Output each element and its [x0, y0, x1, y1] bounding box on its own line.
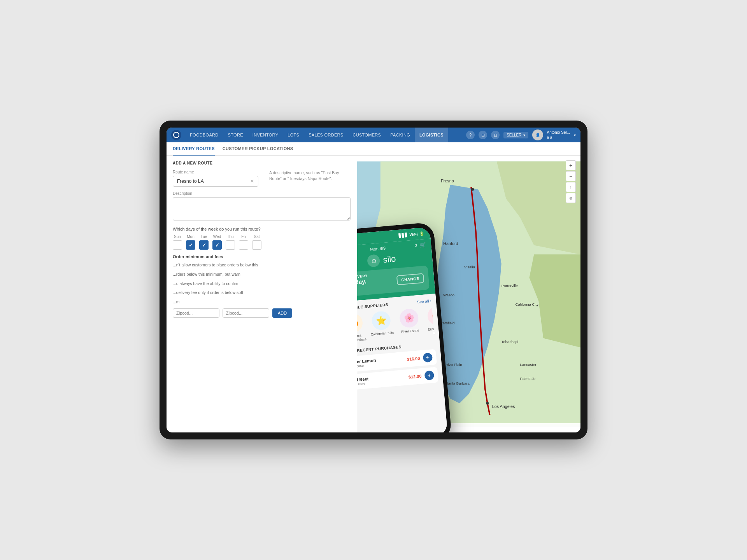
day-fri: Fri: [239, 234, 248, 250]
nav-item-logistics[interactable]: LOGISTICS: [415, 128, 448, 142]
add-meyer-lemon-button[interactable]: +: [423, 352, 433, 362]
day-thu: Thu: [226, 234, 235, 250]
map-controls: + − ↑ ⊕: [566, 160, 576, 203]
nav-item-foodboard[interactable]: FOODBOARD: [185, 128, 223, 142]
main-content: ADD A NEW ROUTE Route name Fresno to LA …: [167, 156, 580, 432]
clear-icon[interactable]: ✕: [250, 178, 254, 184]
add-zipcode-button[interactable]: ADD: [272, 308, 292, 318]
checkbox-mon[interactable]: [186, 240, 195, 250]
nav-item-lots[interactable]: LOTS: [283, 128, 304, 142]
add-red-beet-button[interactable]: +: [424, 370, 434, 380]
avatar: 👤: [532, 130, 543, 140]
day-mon: Mon: [186, 234, 195, 250]
svg-text:Tehachapi: Tehachapi: [502, 340, 519, 344]
route-name-value: Fresno to LA: [177, 178, 204, 184]
checkbox-fri[interactable]: [239, 240, 248, 250]
supplier-eliza[interactable]: 🍎 Eliza... CA F... Com...: [424, 307, 434, 336]
phone-header: ☰ Mon 9/9 2 🛒 ⊙ silo: [357, 239, 435, 303]
zoom-out-button[interactable]: −: [566, 171, 576, 181]
checkbox-tue[interactable]: [199, 240, 209, 250]
checkbox-thu[interactable]: [226, 240, 235, 250]
svg-text:Palmdale: Palmdale: [520, 376, 536, 381]
supplier-california-fruits[interactable]: ⭐ California Fruits: [368, 310, 395, 341]
description-input[interactable]: [173, 197, 351, 220]
chevron-down-icon: ▾: [523, 133, 525, 137]
delivery-banner: 🚛 DELIVERY Monday, 9/9 CHANGE: [357, 266, 430, 298]
zipcode-input-1[interactable]: [173, 308, 219, 318]
nav-item-customers[interactable]: CUSTOMERS: [348, 128, 386, 142]
info-text-5: ...m: [173, 299, 351, 305]
user-info: Antonio Sel... a a: [547, 130, 570, 140]
phone-screen: 11:19 ▋▋▋ WiFi 🔋 ☰ Mon 9/9: [357, 227, 448, 432]
svg-text:Hanford: Hanford: [443, 241, 458, 246]
nav-item-sales-orders[interactable]: SALES ORDERS: [304, 128, 348, 142]
nav-item-store[interactable]: STORE: [223, 128, 248, 142]
route-name-label: Route name: [173, 170, 258, 174]
nav-right-controls: ? ⊞ ⊟ SELLER ▾ 👤 Antonio Sel... a a ▾: [466, 130, 576, 140]
purchase-price-beet: $12.00: [408, 374, 422, 380]
info-text-1: ...n't allow customers to place orders b…: [173, 262, 351, 268]
cart-icon[interactable]: 🛒: [419, 242, 426, 248]
delivery-info: 🚛 DELIVERY Monday, 9/9: [357, 274, 369, 294]
tablet-device: FOODBOARD STORE INVENTORY LOTS SALES ORD…: [160, 121, 587, 439]
supplier-icon-california-quality: 🍊: [357, 313, 363, 333]
order-min-title: Order minimum and fees: [173, 254, 351, 259]
tab-pickup-locations[interactable]: CUSTOMER PICKUP LOCATIONS: [223, 142, 293, 156]
map-panel: Fresno Los Angeles Hanford Visalia Wasco…: [357, 156, 580, 432]
route-name-row: Route name Fresno to LA ✕ A descriptive …: [173, 170, 351, 191]
svg-text:Porterville: Porterville: [502, 284, 518, 288]
nav-items-list: FOODBOARD STORE INVENTORY LOTS SALES ORD…: [185, 128, 466, 142]
purchase-info-meyer: Meyer Lemon 12lb case: [357, 355, 407, 369]
svg-text:California City: California City: [516, 302, 539, 306]
phone-body: AVAILABLE SUPPLIERS See all › 🍊 Californ…: [357, 294, 448, 432]
info-text-3: ...u always have the ability to confirm: [173, 281, 351, 287]
supplier-california-quality[interactable]: 🍊 California Quality Produce: [357, 313, 367, 343]
svg-point-1: [471, 188, 474, 191]
day-wed: Wed: [212, 234, 222, 250]
zipcode-row: ADD: [173, 308, 351, 318]
zipcode-input-2[interactable]: [223, 308, 269, 318]
tablet-screen: FOODBOARD STORE INVENTORY LOTS SALES ORD…: [167, 128, 580, 432]
help-icon[interactable]: ?: [466, 131, 475, 139]
seller-dropdown[interactable]: SELLER ▾: [503, 132, 528, 138]
supplier-icon-river-farms: 🌸: [399, 308, 419, 328]
see-all-link[interactable]: See all ›: [417, 299, 431, 304]
seller-label: SELLER: [507, 133, 521, 137]
tab-delivery-routes[interactable]: DELIVERY ROUTES: [173, 142, 215, 156]
cart-count: 2: [415, 243, 417, 247]
svg-text:Wasco: Wasco: [443, 293, 454, 297]
reset-north-button[interactable]: ↑: [566, 182, 576, 192]
days-label: Which days of the week do you run this r…: [173, 227, 351, 231]
day-tue: Tue: [199, 234, 209, 250]
locate-button[interactable]: ⊕: [566, 193, 576, 203]
svg-text:Los Angeles: Los Angeles: [492, 404, 515, 409]
route-name-input[interactable]: Fresno to LA ✕: [173, 176, 258, 187]
silo-logo-icon: ⊙: [367, 254, 381, 268]
supplier-name-california-fruits: California Fruits: [370, 331, 394, 337]
sub-navigation: DELIVERY ROUTES CUSTOMER PICKUP LOCATION…: [167, 142, 580, 156]
checkbox-sat[interactable]: [252, 240, 261, 250]
silo-logo-text: silo: [382, 254, 396, 265]
svg-text:Fresno: Fresno: [441, 178, 454, 183]
supplier-river-farms[interactable]: 🌸 River Farms: [396, 308, 423, 339]
route-name-group: Route name Fresno to LA ✕: [173, 170, 258, 187]
svg-point-2: [486, 402, 489, 404]
checkbox-wed[interactable]: [212, 240, 222, 250]
user-name: Antonio Sel...: [547, 130, 570, 135]
nav-item-inventory[interactable]: INVENTORY: [248, 128, 283, 142]
route-name-hint: A descriptive name, such as "East Bay Ro…: [269, 170, 351, 181]
app-logo[interactable]: [171, 130, 181, 140]
day-sat: Sat: [252, 234, 261, 250]
nav-item-packing[interactable]: PACKING: [386, 128, 415, 142]
zoom-in-button[interactable]: +: [566, 160, 576, 170]
svg-text:Santa Barbara: Santa Barbara: [445, 381, 470, 385]
supplier-icon-california-fruits: ⭐: [371, 310, 391, 331]
delivery-date: Monday, 9/9: [357, 278, 369, 294]
checkbox-sun[interactable]: [173, 240, 182, 250]
change-delivery-button[interactable]: CHANGE: [396, 273, 424, 285]
days-row: Sun Mon Tue Wed: [173, 234, 351, 250]
layers-icon[interactable]: ⊞: [479, 131, 487, 139]
grid-icon[interactable]: ⊟: [491, 131, 500, 139]
top-navigation: FOODBOARD STORE INVENTORY LOTS SALES ORD…: [167, 128, 580, 142]
description-group: Description: [173, 191, 351, 222]
